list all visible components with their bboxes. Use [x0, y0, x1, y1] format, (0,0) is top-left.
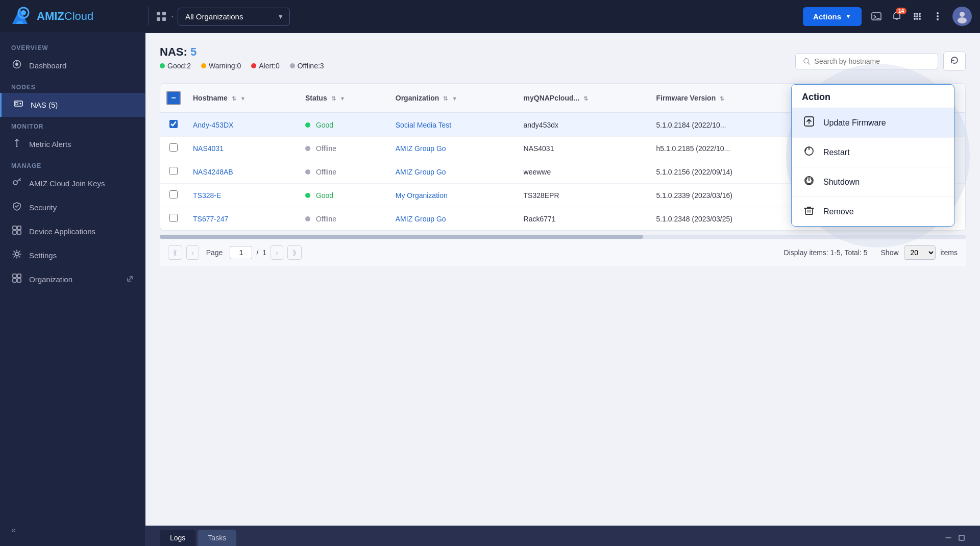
terminal-button[interactable] [871, 11, 882, 22]
apps-grid-button[interactable] [912, 11, 923, 22]
header-checkbox-cell[interactable]: − [160, 84, 187, 113]
items-label: items [941, 249, 958, 257]
sidebar-item-metric-alerts-label: Metric Alerts [29, 140, 71, 148]
page-separator: / [256, 249, 258, 257]
row1-hostname[interactable]: Andy-453DX [187, 113, 299, 137]
org-selector[interactable]: All Organizations AMIZ Group Go Social M… [178, 8, 290, 26]
row2-hostname[interactable]: NAS4031 [187, 137, 299, 160]
notification-button[interactable]: 14 [891, 11, 902, 22]
myqnapcloud-sort-icon: ⇅ [583, 95, 588, 102]
row3-hostname[interactable]: NAS4248AB [187, 160, 299, 184]
row4-checkbox-cell[interactable] [160, 184, 187, 207]
action-menu-item-shutdown[interactable]: Shutdown [792, 167, 954, 197]
sidebar-item-organization[interactable]: Organization [0, 267, 145, 291]
hostname-sort-icon: ⇅ [232, 95, 236, 102]
row1-org[interactable]: Social Media Test [389, 113, 518, 137]
sidebar-section-monitor: Monitor [0, 117, 145, 132]
status-good: Good:2 [160, 62, 191, 70]
update-firmware-icon [802, 115, 816, 130]
sidebar-item-join-keys[interactable]: AMIZ Cloud Join Keys [0, 171, 145, 195]
tab-logs[interactable]: Logs [160, 530, 195, 546]
svg-point-1 [21, 10, 26, 15]
row3-firmware: 5.1.0.2156 (2022/09/14) [650, 160, 802, 184]
more-options-button[interactable] [932, 11, 943, 22]
scrollbar-thumb[interactable] [160, 235, 643, 239]
svg-point-9 [919, 13, 921, 15]
status-bar: Good:2 Warning:0 Alert:0 Offline:3 [160, 62, 324, 70]
minimize-icon [944, 534, 952, 542]
col-myqnapcloud[interactable]: myQNAPcloud... ⇅ [518, 84, 650, 113]
last-page-button[interactable]: ⟫ [287, 245, 302, 260]
bottom-right-icons [944, 534, 966, 546]
minimize-button[interactable] [944, 534, 952, 544]
row3-myqnapcloud: weewwe [518, 160, 650, 184]
row2-checkbox[interactable] [169, 143, 178, 152]
row1-status: Good [299, 113, 389, 137]
top-header: AMIZCloud · All Organizations AMIZ Group… [0, 0, 980, 33]
action-menu-item-update-firmware[interactable]: Update Firmware [792, 108, 954, 138]
row3-checkbox-cell[interactable] [160, 160, 187, 184]
row4-org[interactable]: My Organization [389, 184, 518, 207]
avatar[interactable] [952, 7, 972, 26]
sidebar: Overview Dashboard Nodes NAS (5) [0, 33, 145, 546]
search-input[interactable] [815, 57, 930, 65]
sidebar-item-settings-label: Settings [29, 251, 57, 260]
actions-button[interactable]: Actions ▼ [803, 7, 862, 26]
select-all-checkbox[interactable]: − [166, 91, 181, 105]
status-offline: Offline:3 [290, 62, 324, 70]
col-status[interactable]: Status ⇅ ▼ [299, 84, 389, 113]
grid-icon-area: · [156, 11, 174, 22]
next-page-button[interactable]: › [271, 245, 283, 260]
sidebar-collapse[interactable]: « [0, 519, 145, 541]
row4-checkbox[interactable] [169, 190, 178, 198]
horizontal-scrollbar[interactable] [160, 235, 966, 239]
row2-myqnapcloud: NAS4031 [518, 137, 650, 160]
svg-rect-31 [17, 231, 21, 234]
show-select[interactable]: 20 50 100 [904, 245, 936, 260]
row1-checkbox[interactable] [169, 120, 178, 128]
row2-checkbox-cell[interactable] [160, 137, 187, 160]
tab-tasks[interactable]: Tasks [198, 530, 236, 546]
action-menu-item-restart[interactable]: Restart [792, 138, 954, 167]
logo-area: AMIZCloud [8, 5, 141, 28]
svg-point-16 [937, 12, 939, 14]
row2-org[interactable]: AMIZ Group Go [389, 137, 518, 160]
col-hostname[interactable]: Hostname ⇅ ▼ [187, 84, 299, 113]
sidebar-item-settings[interactable]: Settings [0, 243, 145, 267]
maximize-button[interactable] [958, 534, 966, 544]
search-box[interactable] [795, 53, 938, 69]
row1-checkbox-cell[interactable] [160, 113, 187, 137]
row3-checkbox[interactable] [169, 167, 178, 175]
row5-hostname[interactable]: TS677-247 [187, 207, 299, 231]
sidebar-item-nas[interactable]: NAS (5) [0, 93, 145, 117]
row5-checkbox[interactable] [169, 214, 178, 222]
actions-label: Actions [813, 12, 841, 21]
svg-point-10 [914, 15, 916, 17]
svg-point-7 [914, 13, 916, 15]
sidebar-item-device-apps[interactable]: Device Applications [0, 219, 145, 243]
separator-dot: · [171, 11, 174, 22]
sidebar-item-security[interactable]: Security [0, 195, 145, 219]
status-sort-icon: ⇅ [331, 95, 336, 102]
prev-page-button[interactable]: ‹ [186, 245, 199, 260]
header-icons: 14 [871, 7, 972, 26]
col-organization[interactable]: Organization ⇅ ▼ [389, 84, 518, 113]
sidebar-item-device-apps-label: Device Applications [29, 227, 95, 236]
org-selector-wrap[interactable]: All Organizations AMIZ Group Go Social M… [178, 8, 290, 26]
row4-hostname[interactable]: TS328-E [187, 184, 299, 207]
first-page-button[interactable]: ⟪ [168, 245, 182, 260]
row3-org[interactable]: AMIZ Group Go [389, 160, 518, 184]
col-firmware[interactable]: Firmware Version ⇅ [650, 84, 802, 113]
dot-offline-row2 [305, 146, 310, 151]
dot-offline-row3 [305, 169, 310, 175]
action-menu-item-remove[interactable]: Remove [792, 197, 954, 226]
sidebar-item-metric-alerts[interactable]: Metric Alerts [0, 132, 145, 156]
page-input[interactable] [230, 246, 252, 259]
row5-org[interactable]: AMIZ Group Go [389, 207, 518, 231]
show-label: Show [881, 249, 899, 257]
sidebar-item-dashboard[interactable]: Dashboard [0, 54, 145, 78]
refresh-button[interactable] [943, 52, 966, 71]
svg-point-26 [16, 145, 18, 147]
row1-myqnapcloud: andy453dx [518, 113, 650, 137]
row5-checkbox-cell[interactable] [160, 207, 187, 231]
